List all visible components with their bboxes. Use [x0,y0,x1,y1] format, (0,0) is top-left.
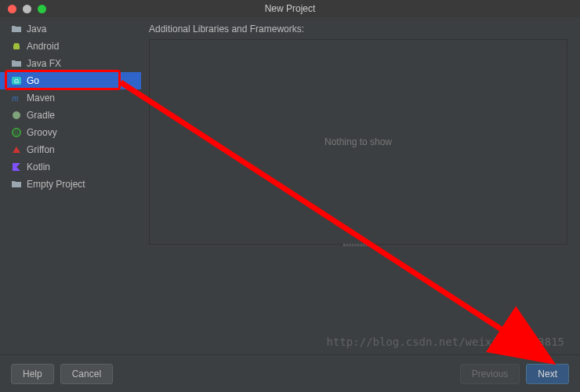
sidebar-item-label: Java FX [27,58,61,69]
svg-rect-0 [13,45,20,49]
sidebar-item-label: Android [27,41,59,52]
libraries-panel[interactable]: Nothing to show [149,39,567,245]
m-icon: m [11,93,22,103]
android-icon [11,41,22,52]
sidebar-item-go[interactable]: GGo [0,72,141,89]
griffon-icon [11,144,22,155]
go-icon: G [11,75,22,86]
minimize-icon [23,5,31,13]
sidebar-item-android[interactable]: Android [0,38,141,55]
sidebar-item-label: Go [27,75,39,86]
svg-text:G: G [14,78,19,85]
sidebar-item-groovy[interactable]: GGroovy [0,124,141,141]
groovy-icon: G [11,127,22,138]
folder-icon [11,58,22,69]
window-title: New Project [0,3,580,14]
sidebar-item-empty-project[interactable]: Empty Project [0,176,141,193]
zoom-icon[interactable] [38,5,46,13]
sidebar-item-label: Groovy [27,127,57,138]
help-button[interactable]: Help [11,364,54,384]
folder-icon [11,179,22,190]
titlebar: New Project [0,0,580,17]
sidebar-item-java-fx[interactable]: Java FX [0,55,141,72]
empty-placeholder: Nothing to show [324,136,392,147]
dialog-body: JavaAndroidJava FXGGomMavenGradleGGroovy… [0,17,580,354]
svg-text:G: G [14,130,18,136]
sidebar-item-java[interactable]: Java [0,20,141,38]
previous-button: Previous [460,364,520,384]
project-type-sidebar: JavaAndroidJava FXGGomMavenGradleGGroovy… [0,17,141,354]
main-panel: Additional Libraries and Frameworks: Not… [141,17,580,354]
sidebar-item-label: Gradle [27,110,55,121]
gradle-icon [11,110,22,121]
sidebar-item-label: Griffon [27,144,55,155]
sidebar-item-label: Empty Project [27,179,85,190]
kotlin-icon [11,162,22,172]
sidebar-item-maven[interactable]: mMaven [0,89,141,107]
cancel-button[interactable]: Cancel [60,364,113,384]
sidebar-item-label: Maven [27,93,55,103]
libraries-label: Additional Libraries and Frameworks: [149,24,567,34]
resize-handle-icon[interactable] [343,244,373,246]
sidebar-item-gradle[interactable]: Gradle [0,107,141,124]
traffic-lights [0,5,46,13]
dialog-footer: Help Cancel Previous Next [0,354,580,392]
sidebar-item-kotlin[interactable]: Kotlin [0,158,141,176]
folder-icon [11,24,22,34]
close-icon[interactable] [8,5,16,13]
svg-point-6 [13,111,20,119]
sidebar-item-label: Java [27,24,46,34]
svg-text:m: m [12,93,19,103]
sidebar-item-label: Kotlin [27,162,50,172]
sidebar-item-griffon[interactable]: Griffon [0,141,141,158]
next-button[interactable]: Next [526,364,569,384]
